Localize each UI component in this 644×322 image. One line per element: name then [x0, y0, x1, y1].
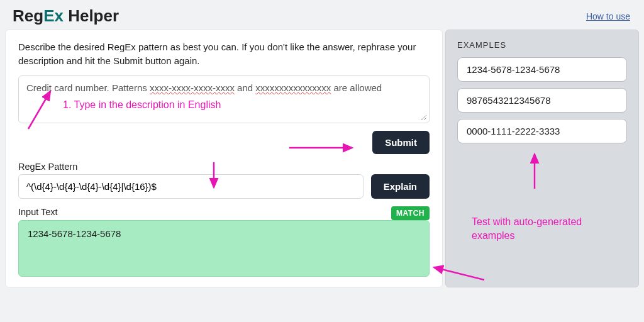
match-badge: MATCH	[391, 206, 430, 220]
main-panel: Describe the desired RegEx pattern as be…	[5, 30, 443, 287]
instruction-text: Describe the desired RegEx pattern as be…	[18, 40, 430, 68]
description-suffix: are allowed	[331, 82, 382, 93]
example-item[interactable]: 0000-1111-2222-3333	[457, 119, 627, 143]
submit-button[interactable]: Submit	[372, 131, 430, 154]
pattern-input[interactable]	[18, 174, 364, 199]
svg-line-1	[424, 118, 426, 120]
examples-panel: EXAMPLES 1234-5678-1234-5678 98765432123…	[445, 30, 639, 287]
how-to-use-link[interactable]: How to use	[586, 11, 630, 21]
description-input[interactable]: Credit card number. Patterns xxxx-xxxx-x…	[18, 75, 430, 123]
examples-title: EXAMPLES	[457, 40, 627, 50]
resize-handle-icon[interactable]	[421, 114, 427, 121]
description-pattern-2: xxxxxxxxxxxxxxxx	[255, 82, 331, 93]
pattern-label: RegEx Pattern	[18, 162, 430, 172]
description-mid: and	[235, 82, 255, 93]
example-item[interactable]: 9876543212345678	[457, 88, 627, 113]
explain-button[interactable]: Explain	[371, 174, 430, 199]
example-item[interactable]: 1234-5678-1234-5678	[457, 57, 627, 82]
logo-prefix: Reg	[13, 6, 43, 25]
logo-ex: Ex	[43, 6, 64, 25]
svg-line-0	[421, 115, 426, 120]
description-prefix: Credit card number. Patterns	[26, 82, 150, 93]
input-text-label: Input Text	[18, 207, 58, 217]
logo-suffix: Helper	[64, 6, 119, 25]
description-pattern-1: xxxx-xxxx-xxxx-xxxx	[150, 82, 235, 93]
input-text-box[interactable]: 1234-5678-1234-5678	[18, 220, 430, 277]
app-logo: RegEx Helper	[13, 6, 119, 26]
input-text-value: 1234-5678-1234-5678	[28, 228, 121, 239]
